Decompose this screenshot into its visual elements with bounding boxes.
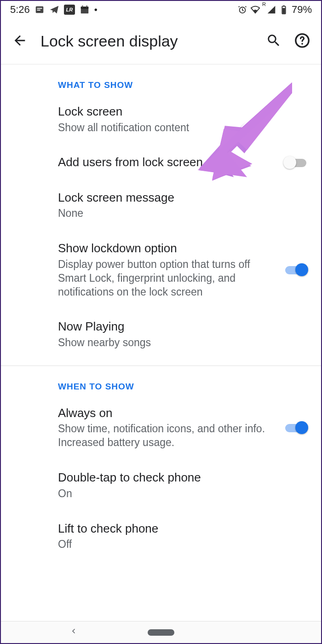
pref-add-users[interactable]: Add users from lock screen xyxy=(1,145,321,180)
toggle-always-on[interactable] xyxy=(283,421,308,435)
svg-point-12 xyxy=(301,43,303,45)
status-time: 5:26 xyxy=(10,4,30,16)
pref-summary: Show nearby songs xyxy=(58,336,308,350)
status-battery-pct: 79% xyxy=(292,4,312,16)
notification-calendar-icon xyxy=(80,5,90,15)
svg-rect-6 xyxy=(86,6,87,8)
help-icon xyxy=(294,33,310,48)
pref-title: Always on xyxy=(58,406,275,421)
toggle-lockdown[interactable] xyxy=(283,263,308,277)
wifi-icon xyxy=(250,5,260,15)
svg-rect-2 xyxy=(37,10,40,11)
pref-summary: None xyxy=(58,207,308,220)
pref-lock-screen-message[interactable]: Lock screen message None xyxy=(1,180,321,231)
section-header-what: WHAT TO SHOW xyxy=(1,64,321,94)
system-nav-bar xyxy=(1,621,321,643)
section-header-when: WHEN TO SHOW xyxy=(1,366,321,395)
notification-lr-icon: LR xyxy=(64,5,75,15)
app-bar: Lock screen display xyxy=(1,18,321,64)
help-button[interactable] xyxy=(294,33,310,50)
svg-rect-1 xyxy=(37,8,42,9)
pref-title: Now Playing xyxy=(58,319,308,334)
pref-title: Double-tap to check phone xyxy=(58,470,308,485)
pref-always-on[interactable]: Always on Show time, notification icons,… xyxy=(1,395,321,460)
pref-now-playing[interactable]: Now Playing Show nearby songs xyxy=(1,309,321,360)
pref-title: Lock screen xyxy=(58,104,308,119)
nav-home-pill[interactable] xyxy=(148,629,174,636)
pref-show-lockdown[interactable]: Show lockdown option Display power butto… xyxy=(1,231,321,309)
search-button[interactable] xyxy=(266,33,282,50)
alarm-icon xyxy=(237,5,247,15)
pref-title: Show lockdown option xyxy=(58,241,275,256)
notification-telegram-icon xyxy=(49,5,59,15)
pref-summary: Off xyxy=(58,538,308,551)
toggle-add-users[interactable] xyxy=(283,156,308,169)
settings-list[interactable]: WHAT TO SHOW Lock screen Show all notifi… xyxy=(1,64,321,621)
pref-lift[interactable]: Lift to check phone Off xyxy=(1,511,321,562)
svg-rect-10 xyxy=(282,8,285,13)
arrow-back-icon xyxy=(12,33,28,48)
svg-rect-4 xyxy=(81,7,89,9)
notification-more-icon: • xyxy=(94,5,98,14)
battery-icon xyxy=(279,5,289,15)
pref-title: Lift to check phone xyxy=(58,521,308,536)
pref-summary: Show time, notification icons, and other… xyxy=(58,422,275,450)
svg-rect-5 xyxy=(82,6,83,8)
pref-title: Add users from lock screen xyxy=(58,155,275,170)
pref-double-tap[interactable]: Double-tap to check phone On xyxy=(1,460,321,511)
notification-message-icon xyxy=(34,5,45,15)
pref-summary: Show all notification content xyxy=(58,121,308,135)
page-title: Lock screen display xyxy=(40,32,253,50)
search-icon xyxy=(266,33,282,48)
signal-icon: R xyxy=(263,5,276,14)
pref-summary: Display power button option that turns o… xyxy=(58,258,275,299)
nav-back-button[interactable] xyxy=(70,626,77,639)
pref-summary: On xyxy=(58,487,308,501)
svg-rect-9 xyxy=(283,6,285,6)
pref-title: Lock screen message xyxy=(58,190,308,205)
status-bar: 5:26 LR • R xyxy=(1,1,321,18)
chevron-left-icon xyxy=(70,626,77,636)
pref-lock-screen[interactable]: Lock screen Show all notification conten… xyxy=(1,94,321,145)
back-button[interactable] xyxy=(12,33,28,50)
